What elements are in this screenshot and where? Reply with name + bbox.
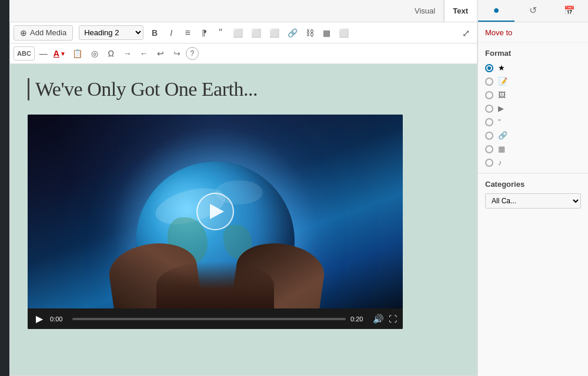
help-button[interactable]: ?	[186, 47, 199, 60]
format-icon-audio: ♪	[498, 158, 502, 167]
format-icon-link: 🔗	[498, 131, 507, 140]
align-left-button[interactable]: ⬜	[229, 25, 246, 41]
tab-visual[interactable]: Visual	[406, 0, 444, 22]
format-option-audio[interactable]: ♪	[485, 158, 581, 167]
text-color-button[interactable]: A ▼	[52, 46, 68, 61]
radio-image[interactable]	[485, 91, 493, 99]
radio-quote[interactable]	[485, 118, 493, 126]
progress-bar[interactable]	[72, 318, 346, 320]
video-thumbnail	[28, 115, 403, 308]
blockquote-button[interactable]: "	[213, 25, 228, 41]
current-time: 0:00	[50, 315, 68, 323]
table-button[interactable]: ▦	[319, 25, 334, 41]
italic-button[interactable]: I	[163, 25, 179, 41]
radio-standard[interactable]	[485, 64, 493, 72]
format-icon-quote: "	[498, 118, 501, 126]
format-option-link[interactable]: 🔗	[485, 131, 581, 140]
indent-button[interactable]: →	[120, 46, 135, 61]
format-icon-image: 🖼	[498, 90, 506, 99]
more-button[interactable]: ⬜	[335, 25, 352, 41]
editor-main: Visual Text ⊕ Add Media Paragraph Headin…	[9, 0, 477, 376]
redo-button[interactable]: ↪	[169, 46, 185, 61]
radio-audio[interactable]	[485, 159, 493, 167]
radio-video[interactable]	[485, 105, 493, 113]
fullscreen-video-button[interactable]: ⛶	[389, 314, 397, 324]
bullet-list-button[interactable]: ≡	[180, 25, 195, 41]
move-to-trash-section: Move to	[478, 22, 588, 43]
special-char-button[interactable]: Ω	[103, 46, 119, 61]
post-heading: We've Only Got One Earth...	[28, 78, 459, 100]
format-icon-video: ▶	[498, 104, 504, 113]
abc-button[interactable]: ABC	[14, 46, 35, 61]
unlink-button[interactable]: ⛓	[302, 25, 318, 41]
add-media-label: Add Media	[30, 28, 66, 37]
format-icon-gallery: ▦	[498, 145, 505, 153]
link-button[interactable]: 🔗	[284, 25, 301, 41]
categories-section: Categories All Ca...	[478, 173, 588, 214]
format-option-image[interactable]: 🖼	[485, 90, 581, 99]
format-option-video[interactable]: ▶	[485, 104, 581, 113]
clear-formatting-button[interactable]: ◎	[87, 46, 102, 61]
editor-container: ⊕ Add Media Paragraph Heading 1 Heading …	[9, 22, 477, 376]
radio-gallery[interactable]	[485, 145, 493, 153]
align-right-button[interactable]: ⬜	[266, 25, 283, 41]
fullscreen-editor-button[interactable]: ⤢	[458, 25, 473, 41]
outdent-button[interactable]: ←	[136, 46, 152, 61]
hr-button[interactable]: —	[36, 46, 51, 61]
format-icon-standard: ★	[498, 63, 505, 72]
bold-button[interactable]: B	[147, 25, 162, 41]
toolbar-row-2: ABC — A ▼ 📋 ◎ Ω → ← ↩ ↪ ?	[10, 43, 477, 64]
editor-content-area[interactable]: We've Only Got One Earth...	[10, 64, 477, 375]
numbered-list-button[interactable]: ⁋	[196, 25, 212, 41]
radio-link[interactable]	[485, 132, 493, 140]
move-to-trash-link[interactable]: Move to	[485, 28, 512, 37]
format-options: ★ 📝 🖼 ▶ "	[485, 63, 581, 167]
add-media-button[interactable]: ⊕ Add Media	[14, 25, 73, 41]
toolbar-row-1: ⊕ Add Media Paragraph Heading 1 Heading …	[10, 22, 477, 43]
volume-button[interactable]: 🔊	[373, 314, 384, 324]
undo-button[interactable]: ↩	[153, 46, 168, 61]
format-icon-aside: 📝	[498, 77, 507, 86]
sidebar-tab-status[interactable]: ●	[478, 0, 514, 22]
categories-title: Categories	[485, 180, 581, 189]
format-title: Format	[485, 49, 581, 58]
video-duration: 0:20	[350, 315, 368, 323]
tab-text[interactable]: Text	[444, 0, 476, 22]
play-button[interactable]	[196, 193, 234, 230]
radio-aside[interactable]	[485, 78, 493, 86]
sidebar-icons-row: ● ↺ 📅	[478, 0, 588, 22]
format-option-aside[interactable]: 📝	[485, 77, 581, 86]
heading-select[interactable]: Paragraph Heading 1 Heading 2 Heading 3 …	[79, 25, 143, 40]
play-pause-button[interactable]: ▶	[34, 312, 45, 325]
align-center-button[interactable]: ⬜	[248, 25, 265, 41]
video-player: ▶ 0:00 0:20 🔊 ⛶	[28, 115, 403, 329]
video-controls: ▶ 0:00 0:20 🔊 ⛶	[28, 308, 403, 329]
right-sidebar: ● ↺ 📅 Move to Format ★ 📝	[477, 0, 588, 376]
paste-button[interactable]: 📋	[69, 46, 86, 61]
format-option-standard[interactable]: ★	[485, 63, 581, 72]
format-option-quote[interactable]: "	[485, 118, 581, 126]
add-media-icon: ⊕	[20, 28, 27, 38]
format-section: Format ★ 📝 🖼	[478, 43, 588, 173]
editor-tab-bar: Visual Text	[9, 0, 477, 22]
sidebar-tab-revisions[interactable]: ↺	[514, 0, 551, 22]
wp-admin-bar	[0, 0, 9, 376]
categories-select[interactable]: All Ca...	[485, 193, 581, 209]
sidebar-tab-publish[interactable]: 📅	[552, 0, 588, 22]
format-option-gallery[interactable]: ▦	[485, 145, 581, 153]
